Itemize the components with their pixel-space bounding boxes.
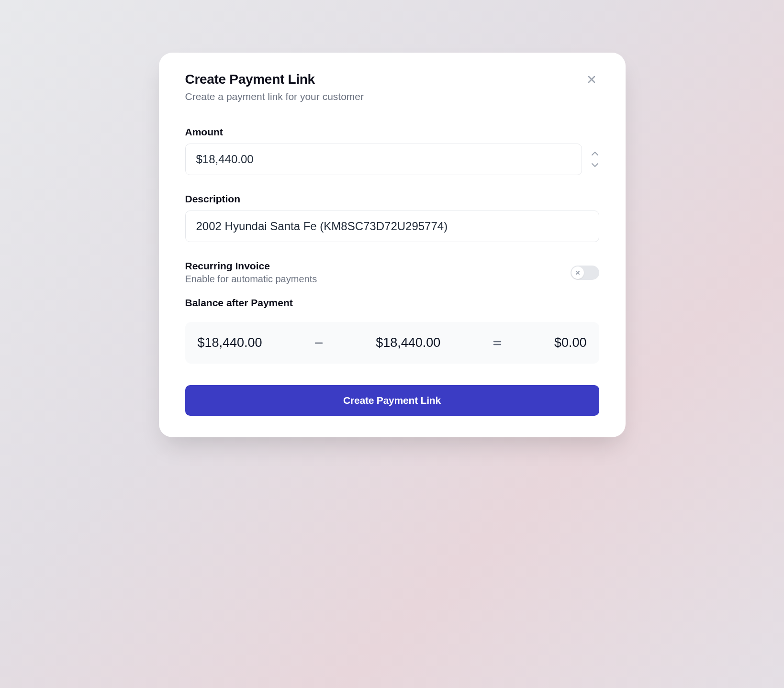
chevron-up-icon bbox=[591, 151, 599, 156]
modal-subtitle: Create a payment link for your customer bbox=[185, 91, 364, 102]
modal-title: Create Payment Link bbox=[185, 72, 364, 87]
balance-label: Balance after Payment bbox=[185, 297, 599, 309]
description-group: Description bbox=[185, 193, 599, 242]
balance-section: Balance after Payment $18,440.00 $18,440… bbox=[185, 297, 599, 364]
minus-icon bbox=[313, 337, 325, 349]
amount-input[interactable] bbox=[185, 144, 582, 175]
recurring-subtitle: Enable for automatic payments bbox=[185, 274, 317, 285]
equals-icon bbox=[492, 337, 503, 349]
amount-stepper bbox=[591, 151, 599, 168]
amount-wrapper bbox=[185, 144, 599, 175]
balance-calculation: $18,440.00 $18,440.00 $0.00 bbox=[185, 322, 599, 364]
chevron-down-icon bbox=[591, 162, 599, 168]
balance-current: $18,440.00 bbox=[198, 335, 262, 350]
balance-payment: $18,440.00 bbox=[376, 335, 440, 350]
recurring-text: Recurring Invoice Enable for automatic p… bbox=[185, 260, 317, 285]
create-payment-link-button[interactable]: Create Payment Link bbox=[185, 385, 599, 416]
recurring-title: Recurring Invoice bbox=[185, 260, 317, 272]
close-icon bbox=[586, 74, 597, 85]
balance-result: $0.00 bbox=[554, 335, 587, 350]
amount-increment-button[interactable] bbox=[591, 151, 599, 156]
recurring-toggle[interactable] bbox=[571, 266, 599, 280]
amount-label: Amount bbox=[185, 126, 599, 138]
close-button[interactable] bbox=[584, 72, 599, 87]
create-payment-link-modal: Create Payment Link Create a payment lin… bbox=[159, 53, 626, 437]
amount-group: Amount bbox=[185, 126, 599, 175]
modal-header-text: Create Payment Link Create a payment lin… bbox=[185, 72, 364, 102]
recurring-row: Recurring Invoice Enable for automatic p… bbox=[185, 260, 599, 285]
toggle-knob bbox=[571, 266, 584, 279]
amount-decrement-button[interactable] bbox=[591, 162, 599, 168]
description-input[interactable] bbox=[185, 211, 599, 242]
description-label: Description bbox=[185, 193, 599, 205]
x-icon bbox=[575, 270, 580, 275]
modal-header: Create Payment Link Create a payment lin… bbox=[185, 72, 599, 102]
